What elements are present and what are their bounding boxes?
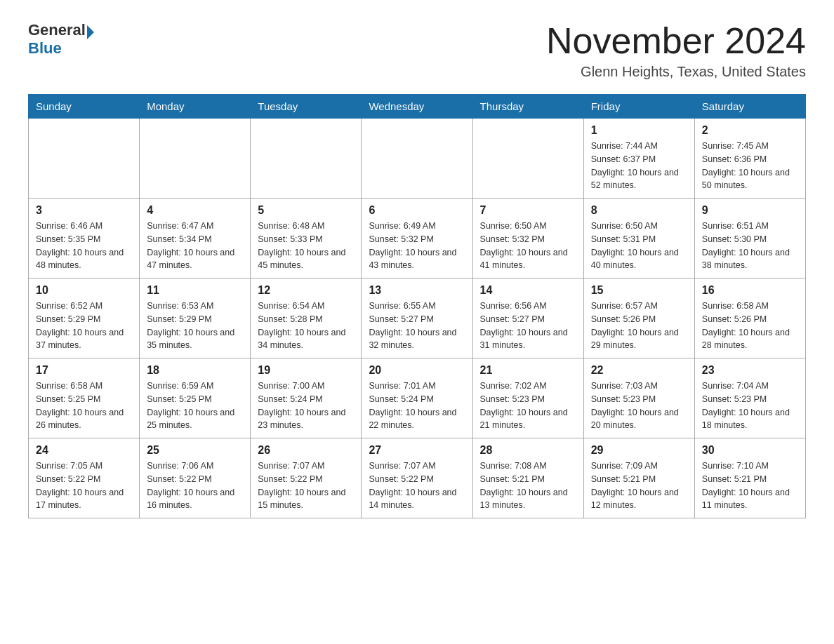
calendar-cell: 24Sunrise: 7:05 AMSunset: 5:22 PMDayligh…	[29, 438, 140, 518]
sun-info: Sunrise: 6:59 AMSunset: 5:25 PMDaylight:…	[147, 380, 243, 432]
day-number: 17	[36, 364, 132, 377]
sun-info: Sunrise: 7:03 AMSunset: 5:23 PMDaylight:…	[591, 380, 687, 432]
day-number: 29	[591, 444, 687, 457]
day-number: 19	[258, 364, 354, 377]
calendar-week-row: 24Sunrise: 7:05 AMSunset: 5:22 PMDayligh…	[29, 438, 806, 518]
day-number: 14	[480, 284, 576, 297]
sun-info: Sunrise: 7:09 AMSunset: 5:21 PMDaylight:…	[591, 459, 687, 512]
col-friday: Friday	[583, 95, 694, 119]
calendar-week-row: 1Sunrise: 7:44 AMSunset: 6:37 PMDaylight…	[29, 119, 806, 199]
logo: General Blue	[28, 21, 94, 58]
calendar-cell: 8Sunrise: 6:50 AMSunset: 5:31 PMDaylight…	[583, 199, 694, 279]
day-number: 28	[480, 444, 576, 457]
calendar-cell: 27Sunrise: 7:07 AMSunset: 5:22 PMDayligh…	[362, 438, 472, 518]
calendar-cell: 29Sunrise: 7:09 AMSunset: 5:21 PMDayligh…	[583, 438, 694, 518]
page-header: General Blue November 2024 Glenn Heights…	[28, 21, 806, 80]
location-subtitle: Glenn Heights, Texas, United States	[546, 64, 806, 80]
sun-info: Sunrise: 6:58 AMSunset: 5:25 PMDaylight:…	[36, 380, 132, 432]
calendar-cell: 2Sunrise: 7:45 AMSunset: 6:36 PMDaylight…	[694, 119, 805, 199]
col-thursday: Thursday	[472, 95, 583, 119]
calendar-cell: 20Sunrise: 7:01 AMSunset: 5:24 PMDayligh…	[362, 358, 472, 438]
sun-info: Sunrise: 6:47 AMSunset: 5:34 PMDaylight:…	[147, 220, 243, 272]
sun-info: Sunrise: 7:45 AMSunset: 6:36 PMDaylight:…	[702, 140, 798, 192]
calendar-table: Sunday Monday Tuesday Wednesday Thursday…	[28, 94, 806, 518]
day-number: 8	[591, 204, 687, 217]
day-number: 3	[36, 204, 132, 217]
title-area: November 2024 Glenn Heights, Texas, Unit…	[546, 21, 806, 80]
logo-arrow-icon	[87, 25, 94, 39]
day-number: 12	[258, 284, 354, 297]
sun-info: Sunrise: 6:48 AMSunset: 5:33 PMDaylight:…	[258, 220, 354, 272]
day-number: 9	[702, 204, 798, 217]
col-sunday: Sunday	[29, 95, 140, 119]
sun-info: Sunrise: 6:55 AMSunset: 5:27 PMDaylight:…	[369, 300, 465, 352]
logo-bottom-line: Blue	[28, 39, 62, 58]
day-number: 27	[369, 444, 465, 457]
day-number: 7	[480, 204, 576, 217]
day-number: 22	[591, 364, 687, 377]
calendar-cell: 6Sunrise: 6:49 AMSunset: 5:32 PMDaylight…	[362, 199, 472, 279]
sun-info: Sunrise: 7:05 AMSunset: 5:22 PMDaylight:…	[36, 459, 132, 512]
calendar-week-row: 3Sunrise: 6:46 AMSunset: 5:35 PMDaylight…	[29, 199, 806, 279]
calendar-cell: 22Sunrise: 7:03 AMSunset: 5:23 PMDayligh…	[583, 358, 694, 438]
sun-info: Sunrise: 6:52 AMSunset: 5:29 PMDaylight:…	[36, 300, 132, 352]
calendar-header-row: Sunday Monday Tuesday Wednesday Thursday…	[29, 95, 806, 119]
logo-blue-text: Blue	[28, 39, 62, 57]
day-number: 2	[702, 124, 798, 137]
calendar-cell: 10Sunrise: 6:52 AMSunset: 5:29 PMDayligh…	[29, 279, 140, 358]
day-number: 11	[147, 284, 243, 297]
calendar-cell: 9Sunrise: 6:51 AMSunset: 5:30 PMDaylight…	[694, 199, 805, 279]
sun-info: Sunrise: 6:49 AMSunset: 5:32 PMDaylight:…	[369, 220, 465, 272]
calendar-cell: 26Sunrise: 7:07 AMSunset: 5:22 PMDayligh…	[251, 438, 362, 518]
calendar-cell: 28Sunrise: 7:08 AMSunset: 5:21 PMDayligh…	[472, 438, 583, 518]
calendar-cell: 23Sunrise: 7:04 AMSunset: 5:23 PMDayligh…	[694, 358, 805, 438]
calendar-cell	[472, 119, 583, 199]
sun-info: Sunrise: 7:02 AMSunset: 5:23 PMDaylight:…	[480, 380, 576, 432]
calendar-cell: 30Sunrise: 7:10 AMSunset: 5:21 PMDayligh…	[694, 438, 805, 518]
day-number: 16	[702, 284, 798, 297]
sun-info: Sunrise: 7:06 AMSunset: 5:22 PMDaylight:…	[147, 459, 243, 512]
day-number: 20	[369, 364, 465, 377]
calendar-cell: 19Sunrise: 7:00 AMSunset: 5:24 PMDayligh…	[251, 358, 362, 438]
sun-info: Sunrise: 7:07 AMSunset: 5:22 PMDaylight:…	[369, 459, 465, 512]
calendar-cell: 21Sunrise: 7:02 AMSunset: 5:23 PMDayligh…	[472, 358, 583, 438]
calendar-cell: 5Sunrise: 6:48 AMSunset: 5:33 PMDaylight…	[251, 199, 362, 279]
calendar-cell: 18Sunrise: 6:59 AMSunset: 5:25 PMDayligh…	[140, 358, 251, 438]
sun-info: Sunrise: 7:44 AMSunset: 6:37 PMDaylight:…	[591, 140, 687, 192]
calendar-cell: 15Sunrise: 6:57 AMSunset: 5:26 PMDayligh…	[583, 279, 694, 358]
day-number: 23	[702, 364, 798, 377]
calendar-cell: 13Sunrise: 6:55 AMSunset: 5:27 PMDayligh…	[362, 279, 472, 358]
calendar-cell: 7Sunrise: 6:50 AMSunset: 5:32 PMDaylight…	[472, 199, 583, 279]
day-number: 15	[591, 284, 687, 297]
calendar-week-row: 17Sunrise: 6:58 AMSunset: 5:25 PMDayligh…	[29, 358, 806, 438]
day-number: 24	[36, 444, 132, 457]
month-title: November 2024	[546, 21, 806, 61]
day-number: 21	[480, 364, 576, 377]
calendar-cell: 4Sunrise: 6:47 AMSunset: 5:34 PMDaylight…	[140, 199, 251, 279]
calendar-cell: 12Sunrise: 6:54 AMSunset: 5:28 PMDayligh…	[251, 279, 362, 358]
day-number: 5	[258, 204, 354, 217]
sun-info: Sunrise: 6:46 AMSunset: 5:35 PMDaylight:…	[36, 220, 132, 272]
logo-general-text: General	[28, 21, 86, 39]
calendar-week-row: 10Sunrise: 6:52 AMSunset: 5:29 PMDayligh…	[29, 279, 806, 358]
day-number: 25	[147, 444, 243, 457]
calendar-cell	[251, 119, 362, 199]
sun-info: Sunrise: 6:53 AMSunset: 5:29 PMDaylight:…	[147, 300, 243, 352]
calendar-cell: 11Sunrise: 6:53 AMSunset: 5:29 PMDayligh…	[140, 279, 251, 358]
sun-info: Sunrise: 6:51 AMSunset: 5:30 PMDaylight:…	[702, 220, 798, 272]
day-number: 6	[369, 204, 465, 217]
sun-info: Sunrise: 7:08 AMSunset: 5:21 PMDaylight:…	[480, 459, 576, 512]
day-number: 18	[147, 364, 243, 377]
sun-info: Sunrise: 7:00 AMSunset: 5:24 PMDaylight:…	[258, 380, 354, 432]
day-number: 30	[702, 444, 798, 457]
sun-info: Sunrise: 6:54 AMSunset: 5:28 PMDaylight:…	[258, 300, 354, 352]
sun-info: Sunrise: 6:57 AMSunset: 5:26 PMDaylight:…	[591, 300, 687, 352]
col-tuesday: Tuesday	[251, 95, 362, 119]
sun-info: Sunrise: 6:50 AMSunset: 5:31 PMDaylight:…	[591, 220, 687, 272]
calendar-cell	[29, 119, 140, 199]
sun-info: Sunrise: 6:50 AMSunset: 5:32 PMDaylight:…	[480, 220, 576, 272]
day-number: 26	[258, 444, 354, 457]
day-number: 1	[591, 124, 687, 137]
day-number: 13	[369, 284, 465, 297]
col-wednesday: Wednesday	[362, 95, 472, 119]
